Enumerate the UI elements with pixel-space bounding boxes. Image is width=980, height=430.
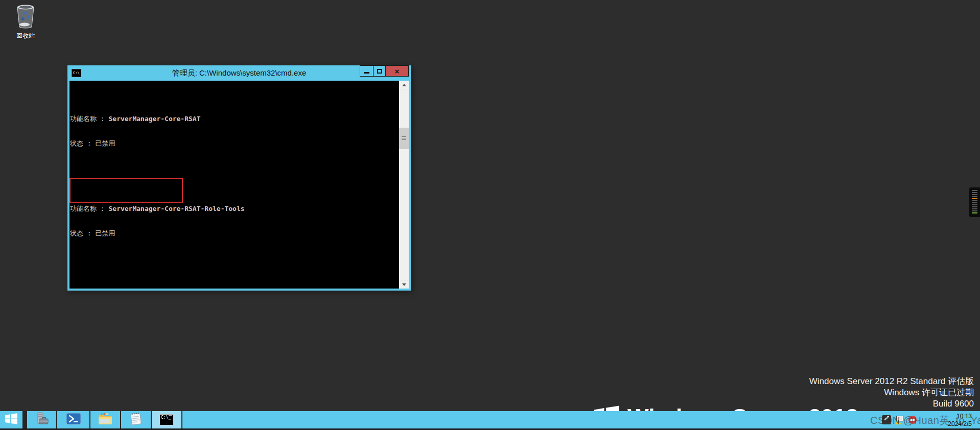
- tray-network-warning-icon[interactable]: !: [895, 415, 904, 424]
- notepad-icon: [129, 412, 143, 427]
- clock-date: 2024/2/5: [948, 420, 972, 428]
- minimize-button[interactable]: [360, 65, 374, 77]
- scroll-up-button[interactable]: [399, 81, 409, 89]
- cmd-window-title: 管理员: C:\Windows\system32\cmd.exe: [172, 68, 307, 78]
- taskbar-powershell-button[interactable]: [57, 411, 89, 428]
- clipped-logo-text: Windows Server 2012 R2: [627, 406, 864, 411]
- scrollbar-grip-icon: [402, 136, 406, 140]
- arrow-down-icon: [402, 283, 406, 286]
- feature-block: 功能名称 : ServerManager-Core-RSAT-Role-Tool…: [70, 188, 399, 254]
- taskbar-clock[interactable]: 10:13 2024/2/5: [948, 413, 972, 428]
- feature-block: 功能名称 : ServerManager-Core-RSAT 状态 : 已禁用: [70, 99, 399, 164]
- cmd-window[interactable]: C:\ 管理员: C:\Windows\system32\cmd.exe × 功…: [67, 65, 411, 291]
- recycle-bin-label: 回收站: [6, 32, 45, 40]
- clock-time: 10:13: [948, 413, 972, 420]
- scroll-down-button[interactable]: [399, 280, 409, 289]
- tray-pen-input-icon[interactable]: [882, 415, 891, 424]
- start-button[interactable]: [0, 411, 22, 428]
- close-icon: ×: [395, 67, 400, 75]
- taskbar-separator: [22, 411, 27, 428]
- taskbar-file-explorer-button[interactable]: [90, 411, 120, 428]
- console-scrollbar[interactable]: [399, 81, 409, 289]
- console-output[interactable]: 功能名称 : ServerManager-Core-RSAT 状态 : 已禁用 …: [69, 81, 409, 289]
- windows-flag-icon: [593, 402, 620, 411]
- server-manager-icon: [35, 412, 49, 427]
- arrow-up-icon: [402, 84, 406, 86]
- scrollbar-thumb[interactable]: [399, 128, 409, 149]
- taskbar: C:\_ ! 10:13 2024/2/5: [0, 411, 980, 430]
- file-explorer-icon: [98, 412, 113, 427]
- tray-status-red-icon[interactable]: [908, 416, 917, 424]
- maximize-button[interactable]: [373, 65, 386, 77]
- feature-block: 功能名称 : ServerManager-Core-RSAT-Feature-T…: [70, 278, 399, 289]
- console-text: 功能名称 : ServerManager-Core-RSAT 状态 : 已禁用 …: [70, 82, 399, 289]
- recycle-bin-icon: [14, 21, 37, 30]
- maximize-icon: [377, 69, 382, 74]
- cmd-window-titlebar[interactable]: C:\ 管理员: C:\Windows\system32\cmd.exe ×: [67, 65, 411, 81]
- recycle-bin[interactable]: 回收站: [6, 3, 45, 40]
- widget-orange-bar: [972, 198, 977, 199]
- cmd-titlebar-icon: C:\: [72, 69, 81, 77]
- edge-activity-widget[interactable]: [969, 187, 980, 217]
- taskbar-server-manager-button[interactable]: [27, 411, 56, 428]
- powershell-icon: [66, 413, 81, 427]
- minimize-icon: [364, 72, 369, 74]
- watermark-license: Windows 许可证已过期: [809, 387, 974, 398]
- taskbar-cmd-button-active[interactable]: C:\_: [152, 411, 181, 428]
- taskbar-notepad-button[interactable]: [121, 411, 151, 428]
- clipped-windows-logo: Windows Server 2012 R2: [593, 402, 864, 411]
- cmd-icon: C:\_: [159, 414, 174, 425]
- watermark-edition: Windows Server 2012 R2 Standard 评估版: [809, 376, 974, 387]
- widget-green-bar: [972, 212, 977, 213]
- start-windows-icon: [5, 412, 18, 427]
- taskbar-separator: [181, 411, 182, 428]
- close-button[interactable]: ×: [385, 65, 409, 77]
